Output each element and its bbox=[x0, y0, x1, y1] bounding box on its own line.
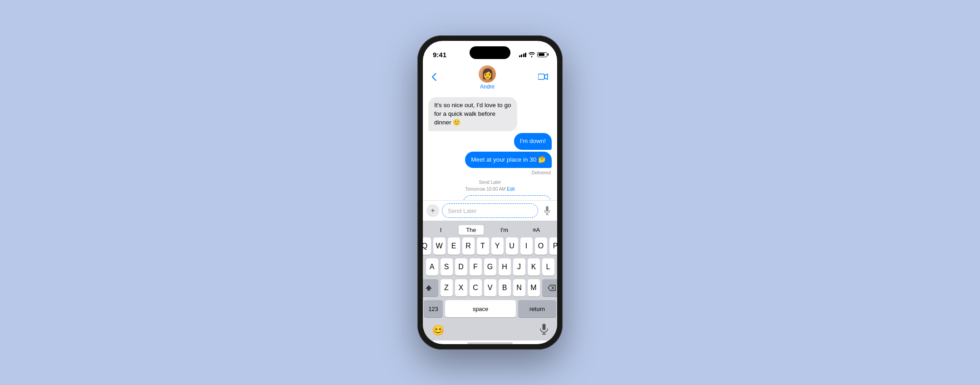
contact-name: Andre bbox=[480, 84, 495, 90]
status-icons bbox=[519, 52, 548, 57]
svg-rect-0 bbox=[538, 74, 544, 79]
key-v[interactable]: V bbox=[484, 279, 496, 296]
key-k[interactable]: K bbox=[528, 258, 540, 276]
shift-key[interactable] bbox=[423, 279, 438, 296]
delivered-status: Delivered bbox=[532, 170, 551, 175]
key-l[interactable]: L bbox=[542, 258, 554, 276]
delete-key[interactable] bbox=[542, 279, 558, 296]
status-time: 9:41 bbox=[433, 51, 446, 59]
key-d[interactable]: D bbox=[455, 258, 467, 276]
key-q[interactable]: Q bbox=[423, 237, 431, 255]
avatar: 👩 bbox=[479, 65, 496, 83]
svg-rect-6 bbox=[543, 324, 546, 330]
video-call-button[interactable] bbox=[536, 71, 550, 84]
dynamic-island bbox=[470, 46, 510, 59]
numbers-key[interactable]: 123 bbox=[424, 300, 443, 317]
message-bubble-incoming-1: It's so nice out, I'd love to go for a q… bbox=[428, 97, 517, 131]
nav-header: 👩 Andre bbox=[423, 64, 557, 94]
key-n[interactable]: N bbox=[513, 279, 525, 296]
return-key[interactable]: return bbox=[518, 300, 556, 317]
key-w[interactable]: W bbox=[433, 237, 446, 255]
predictive-bar: I The I'm ≡A bbox=[424, 223, 556, 237]
keyboard-row-2: A S D F G H J K L bbox=[424, 258, 556, 276]
predictive-word-2[interactable]: The bbox=[459, 225, 483, 235]
key-f[interactable]: F bbox=[470, 258, 482, 276]
keyboard-row-3: Z X C V B N M bbox=[424, 279, 556, 296]
key-b[interactable]: B bbox=[499, 279, 511, 296]
emoji-button[interactable]: 😊 bbox=[432, 325, 444, 336]
key-z[interactable]: Z bbox=[441, 279, 453, 296]
key-t[interactable]: T bbox=[477, 237, 489, 255]
keyboard-bottom-bar: 😊 bbox=[423, 323, 557, 341]
keyboard-row-4: 123 space return bbox=[424, 300, 556, 317]
phone-screen: 9:41 bbox=[423, 41, 557, 344]
key-i[interactable]: I bbox=[520, 237, 533, 255]
key-e[interactable]: E bbox=[448, 237, 460, 255]
input-area: + Send Later bbox=[423, 200, 557, 221]
signal-icon bbox=[519, 52, 527, 57]
messages-area: It's so nice out, I'd love to go for a q… bbox=[423, 94, 557, 200]
input-placeholder: Send Later bbox=[448, 207, 477, 214]
key-r[interactable]: R bbox=[462, 237, 475, 255]
plus-button[interactable]: + bbox=[426, 204, 439, 217]
key-j[interactable]: J bbox=[513, 258, 525, 276]
edit-scheduled-link[interactable]: Edit bbox=[507, 187, 514, 192]
mic-button[interactable] bbox=[541, 204, 554, 217]
key-s[interactable]: S bbox=[441, 258, 453, 276]
phone-frame: 9:41 bbox=[417, 35, 563, 350]
key-y[interactable]: Y bbox=[491, 237, 504, 255]
message-input[interactable]: Send Later bbox=[442, 203, 538, 218]
message-bubble-outgoing-1: I'm down! bbox=[514, 133, 552, 150]
predictive-word-1[interactable]: I bbox=[433, 225, 449, 235]
key-a[interactable]: A bbox=[426, 258, 438, 276]
key-m[interactable]: M bbox=[528, 279, 540, 296]
keyboard: I The I'm ≡A Q W E R T Y U I O P A S bbox=[423, 221, 557, 323]
key-h[interactable]: H bbox=[499, 258, 511, 276]
predictive-word-4[interactable]: ≡A bbox=[525, 225, 547, 235]
key-u[interactable]: U bbox=[506, 237, 518, 255]
key-x[interactable]: X bbox=[455, 279, 467, 296]
mic-large-button[interactable] bbox=[540, 324, 548, 337]
key-c[interactable]: C bbox=[470, 279, 482, 296]
predictive-word-3[interactable]: I'm bbox=[493, 225, 515, 235]
message-bubble-outgoing-2: Meet at your place in 30 🤔 bbox=[465, 152, 552, 168]
keyboard-row-1: Q W E R T Y U I O P bbox=[424, 237, 556, 255]
send-later-label: Send Later Tomorrow 10:00 AM Edit bbox=[466, 179, 515, 192]
back-button[interactable] bbox=[430, 71, 438, 85]
home-indicator bbox=[467, 342, 513, 344]
space-key[interactable]: space bbox=[445, 300, 516, 317]
key-o[interactable]: O bbox=[535, 237, 547, 255]
svg-rect-1 bbox=[546, 206, 549, 212]
contact-info[interactable]: 👩 Andre bbox=[479, 65, 496, 90]
battery-icon bbox=[537, 52, 547, 57]
wifi-icon bbox=[529, 52, 535, 57]
key-g[interactable]: G bbox=[484, 258, 496, 276]
message-bubble-scheduled: Happy birthday! Told you I wouldn't forg… bbox=[463, 195, 552, 200]
key-p[interactable]: P bbox=[549, 237, 558, 255]
